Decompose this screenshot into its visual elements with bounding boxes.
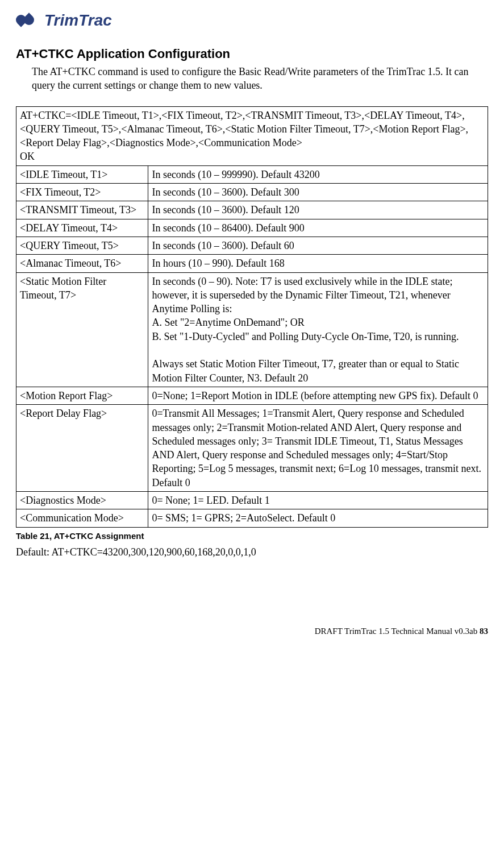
- desc-cell: In hours (10 – 990). Default 168: [148, 255, 488, 272]
- desc-cell: In seconds (10 – 3600). Default 300: [148, 184, 488, 201]
- param-cell: <Motion Report Flag>: [16, 387, 148, 404]
- param-cell: <IDLE Timeout, T1>: [16, 165, 148, 183]
- desc-cell: In seconds (10 – 86400). Default 900: [148, 219, 488, 237]
- param-cell: <DELAY Timeout, T4>: [16, 219, 148, 237]
- desc-cell: In seconds (10 – 999990). Default 43200: [148, 165, 488, 183]
- param-cell: <Report Delay Flag>: [16, 405, 148, 492]
- param-cell: <Static Motion Filter Timeout, T7>: [16, 272, 148, 387]
- section-heading: AT+CTKC Application Configuration: [16, 47, 488, 61]
- page-footer: DRAFT TrimTrac 1.5 Technical Manual v0.3…: [16, 627, 488, 636]
- desc-cell: 0=None; 1=Report Motion in IDLE (before …: [148, 387, 488, 404]
- desc-cell: In seconds (10 – 3600). Default 120: [148, 201, 488, 219]
- logo-text: TrimTrac: [44, 11, 112, 30]
- desc-cell: In seconds (0 – 90). Note: T7 is used ex…: [148, 272, 488, 387]
- default-line: Default: AT+CTKC=43200,300,120,900,60,16…: [16, 546, 488, 558]
- param-cell: <FIX Timeout, T2>: [16, 184, 148, 201]
- desc-cell: 0= None; 1= LED. Default 1: [148, 492, 488, 509]
- desc-cell: 0= SMS; 1= GPRS; 2=AutoSelect. Default 0: [148, 509, 488, 527]
- intro-paragraph: The AT+CTKC command is used to configure…: [32, 65, 488, 93]
- syntax-cell: AT+CTKC=<IDLE Timeout, T1>,<FIX Timeout,…: [16, 106, 488, 165]
- param-cell: <Communication Mode>: [16, 509, 148, 527]
- page-number: 83: [480, 627, 488, 636]
- param-cell: <QUERY Timeout, T5>: [16, 237, 148, 254]
- logo-icon: [16, 15, 40, 26]
- param-cell: <Almanac Timeout, T6>: [16, 255, 148, 272]
- footer-text: DRAFT TrimTrac 1.5 Technical Manual v0.3…: [315, 627, 480, 636]
- header-logo: TrimTrac: [16, 11, 488, 30]
- desc-cell: In seconds (10 – 3600). Default 60: [148, 237, 488, 254]
- param-cell: <TRANSMIT Timeout, T3>: [16, 201, 148, 219]
- table-caption: Table 21, AT+CTKC Assignment: [16, 531, 488, 541]
- param-cell: <Diagnostics Mode>: [16, 492, 148, 509]
- desc-cell: 0=Transmit All Messages; 1=Transmit Aler…: [148, 405, 488, 492]
- command-table: AT+CTKC=<IDLE Timeout, T1>,<FIX Timeout,…: [16, 106, 488, 528]
